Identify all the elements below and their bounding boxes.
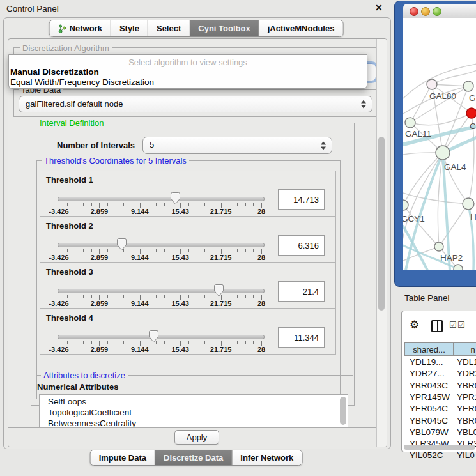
slider-tick	[253, 295, 254, 298]
tab-network[interactable]: Network	[50, 20, 111, 36]
table-row-cell[interactable]: YBR043C	[410, 381, 448, 390]
table-row-cell[interactable]: YPR1	[457, 392, 476, 402]
table-row-cell[interactable]: YIL0	[457, 450, 475, 460]
table-row-cell[interactable]: YBR0	[457, 416, 476, 426]
h-scrollbar-thumb[interactable]	[404, 445, 475, 450]
table-row-cell[interactable]: YBR045C	[410, 416, 448, 426]
threshold-label: Threshold 3	[46, 267, 93, 277]
slider-tick	[245, 203, 246, 206]
table-row-cell[interactable]: YBR0	[457, 381, 476, 390]
table-row-cell[interactable]: YDL19...	[410, 357, 443, 367]
attributes-list[interactable]: SelfLoopsTopologicalCoefficientBetweenne…	[39, 394, 348, 429]
list-scrollbar[interactable]	[340, 397, 346, 425]
tab-impute-data[interactable]: Impute Data	[91, 450, 155, 465]
number-of-intervals-combobox[interactable]: 5	[142, 137, 332, 154]
network-node-gal80[interactable]	[427, 79, 437, 89]
table-row-cell[interactable]: YIL052C	[410, 450, 443, 460]
table-data-combobox[interactable]: galFiltered.sif default node	[19, 96, 372, 112]
network-node-h[interactable]	[463, 198, 474, 210]
slider-knob[interactable]	[170, 192, 181, 205]
split-column-icon[interactable]	[431, 320, 443, 332]
threshold-value-field[interactable]: 21.4	[278, 281, 325, 302]
tab-infer-network[interactable]: Infer Network	[232, 450, 302, 465]
tab-discretize-data[interactable]: Discretize Data	[155, 450, 232, 465]
slider-track[interactable]	[58, 335, 265, 339]
dropdown-option-manual[interactable]: Manual Discretization	[10, 67, 99, 77]
tab-select[interactable]: Select	[148, 20, 190, 36]
network-node-hap2[interactable]	[434, 242, 443, 251]
minimize-light-icon[interactable]	[421, 7, 430, 16]
list-item-selfloops[interactable]: SelfLoops	[40, 396, 348, 407]
close-light-icon[interactable]	[410, 7, 418, 16]
scrollbar-thumb[interactable]	[378, 137, 385, 311]
slider-tick	[148, 249, 148, 252]
slider-tick	[173, 341, 173, 344]
table-row-cell[interactable]: YDR27...	[410, 369, 445, 378]
checkbox-icon[interactable]: ☑	[449, 320, 457, 330]
network-window-titlebar[interactable]	[403, 4, 476, 19]
network-node-gcy1[interactable]	[403, 200, 408, 210]
float-window-icon[interactable]	[365, 6, 372, 13]
slider-tick	[164, 203, 165, 206]
number-of-intervals-value: 5	[150, 137, 154, 153]
table-row-cell[interactable]: YDL1	[457, 357, 476, 367]
zoom-light-icon[interactable]	[433, 7, 441, 16]
tab-jactivemnodules[interactable]: jActiveMNodules	[259, 20, 343, 36]
threshold-value-field[interactable]: 14.713	[278, 189, 325, 210]
dropdown-option-equal-width[interactable]: Equal Width/Frequency Discretization	[10, 77, 154, 87]
table-row-cell[interactable]: YBL0	[457, 427, 476, 437]
slider-track[interactable]	[58, 243, 265, 247]
table-row-cell[interactable]: YPR145W	[410, 392, 450, 402]
slider-tick	[229, 203, 229, 206]
slider-tick	[173, 295, 173, 298]
slider-tick	[59, 249, 59, 254]
network-window[interactable]: GAL80GCGAL11GAL4GCY1HHAP2	[394, 1, 476, 287]
slider-tick	[59, 203, 59, 208]
network-node-c[interactable]	[466, 108, 476, 118]
slider-tick	[261, 341, 262, 346]
column-header-name[interactable]: n	[453, 342, 476, 356]
slider-tick	[204, 295, 205, 298]
network-node[interactable]	[454, 265, 463, 270]
table-panel: ⚙ ☑ ☑ shared... n YDL19...YDL1YDR27...YD…	[401, 311, 476, 452]
slider-tick	[188, 341, 189, 344]
dropdown-placeholder[interactable]: Select algorithm to view settings	[9, 58, 367, 67]
slider-track[interactable]	[58, 197, 265, 201]
threshold-value-field[interactable]: 6.316	[278, 235, 325, 256]
slider-tick	[204, 203, 205, 206]
apply-button[interactable]: Apply	[174, 430, 219, 445]
threshold-value-field[interactable]: 11.344	[278, 327, 325, 348]
checkbox-icon[interactable]: ☑	[457, 320, 465, 330]
slider-track[interactable]	[58, 289, 265, 293]
network-node-gal4[interactable]	[436, 146, 450, 160]
table-row-cell[interactable]: YBL079W	[410, 427, 449, 437]
slider-tick	[245, 249, 246, 252]
table-row-cell[interactable]: YER054C	[410, 404, 448, 413]
slider-tick-label: -3.426	[38, 346, 79, 353]
column-header-shared[interactable]: shared...	[404, 342, 454, 356]
table-row-cell[interactable]: YDR2	[457, 369, 476, 378]
number-of-intervals-label: Number of Intervals	[57, 141, 135, 150]
table-data-combobox-value: galFiltered.sif default node	[26, 96, 123, 112]
slider-tick	[237, 295, 238, 298]
tab-cyni-toolbox[interactable]: Cyni Toolbox	[190, 20, 259, 36]
slider-tick	[91, 295, 92, 298]
list-item-topologicalcoefficient[interactable]: TopologicalCoefficient	[40, 407, 348, 418]
network-node-gal11[interactable]	[405, 118, 415, 128]
close-icon[interactable]: ✕	[375, 3, 383, 13]
table-row-cell[interactable]: YER0	[457, 404, 476, 413]
apply-bar: Apply	[8, 427, 387, 447]
gear-icon[interactable]: ⚙	[410, 318, 419, 332]
network-node-g[interactable]	[463, 81, 473, 91]
tab-label: jActiveMNodules	[268, 24, 335, 33]
slider-tick	[245, 295, 246, 298]
slider-tick	[188, 295, 189, 298]
cyni-toolbox-content: Discretization Algorithm Table Data galF…	[8, 38, 387, 447]
slider-tick	[164, 341, 165, 344]
slider-knob[interactable]	[213, 284, 224, 297]
network-canvas[interactable]: GAL80GCGAL11GAL4GCY1HHAP2	[403, 18, 476, 270]
slider-knob[interactable]	[116, 238, 127, 251]
slider-knob[interactable]	[148, 330, 159, 343]
tab-style[interactable]: Style	[111, 20, 148, 36]
slider-tick-label: 2.859	[79, 254, 119, 261]
